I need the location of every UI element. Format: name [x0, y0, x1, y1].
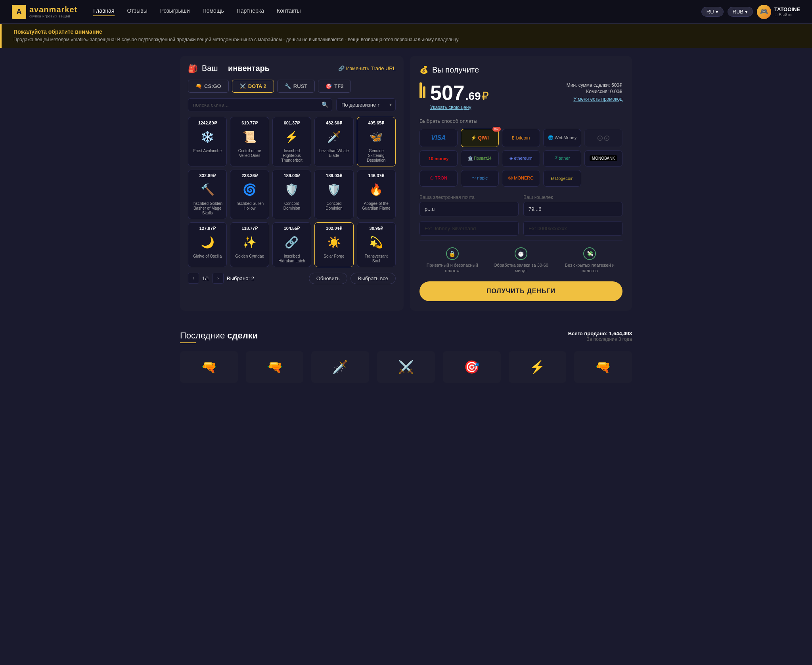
item-name: Leviathan Whale Blade: [318, 149, 350, 158]
deal-card-5: ⚡: [509, 351, 567, 383]
item-image: 🌀: [236, 180, 264, 200]
item-price: 189.03₽: [276, 173, 308, 178]
payment-method-dogecoin[interactable]: Ð Dogecoin: [543, 170, 581, 187]
amount-display: 507 .69 ₽ Указать свою цену: [430, 82, 489, 110]
user-info: TATOOINE Выйти: [774, 6, 800, 17]
payment-method-monero[interactable]: Ⓜ MONERO: [502, 170, 540, 187]
payment-method-tron[interactable]: ⬡ TRON: [419, 170, 458, 187]
logo-title: avanmarket: [29, 5, 77, 14]
feature-item-2: 💸 Без скрытых платежей и налогов: [557, 247, 622, 274]
pagination: ‹ 1/1 › Выбрано: 2: [188, 273, 254, 284]
item-image: 🗡️: [320, 127, 348, 147]
payment-method-qiwi[interactable]: ⚡ QIWI0%: [461, 129, 499, 147]
inventory-item-4[interactable]: 405.65₽ 🦋 Genuine Skittering Desolation: [357, 117, 396, 166]
refresh-button[interactable]: Обновить: [309, 273, 347, 284]
email-input[interactable]: [419, 202, 519, 216]
search-icon[interactable]: 🔍: [322, 101, 328, 108]
inventory-item-14[interactable]: 30.95₽ 💫 Transversant Soul: [357, 222, 396, 267]
deal-image: ⚡: [529, 359, 545, 375]
notice-title: Пожалуйста обратите внимание: [13, 29, 800, 35]
deal-card-6: 🔫: [574, 351, 632, 383]
payment-method-ripple[interactable]: 〜 ripple: [461, 170, 499, 187]
inventory-panel: 🎒 Ваш инвентарь 🔗 Изменить Trade URL 🔫 C…: [180, 56, 404, 311]
commission-line: Комиссия: 0.00₽: [567, 89, 622, 94]
payment-method-money[interactable]: 10 money: [419, 150, 458, 167]
footer-buttons: Обновить Выбрать все: [309, 273, 396, 284]
item-image: 📜: [236, 127, 264, 147]
inventory-item-8[interactable]: 189.03₽ 🛡️ Concord Dominion: [314, 170, 353, 219]
header-right: RU ▾ RUB ▾ 🎮 TATOOINE Выйти: [701, 5, 800, 19]
notice-text: Продажа вещей методом «mafile» запрещена…: [13, 36, 800, 43]
item-name: Solar Forge: [318, 254, 350, 259]
inventory-item-5[interactable]: 332.89₽ 🔨 Inscribed Golden Basher of Mag…: [188, 170, 227, 219]
payment-method-monobank[interactable]: MONOBANK: [584, 150, 622, 167]
promo-link[interactable]: У меня есть промокод: [573, 96, 622, 102]
inventory-header: 🎒 Ваш инвентарь 🔗 Изменить Trade URL: [188, 64, 396, 73]
inventory-item-6[interactable]: 233.36₽ 🌀 Inscribed Sullen Hollow: [230, 170, 269, 219]
currency-selector[interactable]: RUB ▾: [728, 7, 753, 17]
tab-tf2[interactable]: 🎯 TF2: [318, 80, 351, 93]
search-input[interactable]: [188, 98, 332, 111]
item-name: Inscribed Hidrakan Latch: [276, 254, 308, 264]
nav-item-home[interactable]: Главная: [93, 8, 114, 16]
tab-csgo[interactable]: 🔫 CS:GO: [188, 80, 229, 93]
inventory-item-11[interactable]: 118.77₽ ✨ Golden Cyrridae: [230, 222, 269, 267]
item-name: Codicil of the Veiled Ones: [234, 149, 265, 158]
nav-item-giveaways[interactable]: Розыгрыши: [160, 8, 190, 16]
tab-dota2[interactable]: ⚔️ DOTA 2: [232, 80, 274, 93]
inventory-item-1[interactable]: 619.77₽ 📜 Codicil of the Veiled Ones: [230, 117, 269, 166]
selected-count: Выбрано: 2: [227, 275, 254, 281]
payment-method-privat24[interactable]: 🏦 Приват24: [461, 150, 499, 167]
next-page-button[interactable]: ›: [213, 273, 224, 284]
inventory-item-13[interactable]: 102.04₽ ☀️ Solar Forge: [314, 222, 353, 267]
select-all-button[interactable]: Выбрать все: [350, 273, 396, 284]
set-price-link[interactable]: Указать свою цену: [430, 105, 489, 110]
item-name: Genuine Skittering Desolation: [360, 149, 392, 163]
prev-page-button[interactable]: ‹: [188, 273, 199, 284]
tf2-icon: 🎯: [326, 83, 332, 89]
user-area[interactable]: 🎮 TATOOINE Выйти: [757, 5, 800, 19]
payment-method-visa[interactable]: VISA: [419, 129, 458, 147]
trade-url-link[interactable]: 🔗 Изменить Trade URL: [338, 65, 396, 71]
nav-item-help[interactable]: Помощь: [203, 8, 224, 16]
item-name: Transversant Soul: [360, 254, 392, 264]
nav-item-reviews[interactable]: Отзывы: [127, 8, 147, 16]
wallet-input[interactable]: [523, 202, 622, 216]
logout-link[interactable]: Выйти: [774, 12, 800, 17]
payment-method-tether[interactable]: ₮ tether: [543, 150, 581, 167]
inventory-item-12[interactable]: 104.55₽ 🔗 Inscribed Hidrakan Latch: [272, 222, 311, 267]
inventory-item-7[interactable]: 189.03₽ 🛡️ Concord Dominion: [272, 170, 311, 219]
logo-subtitle: скупка игровых вещей: [29, 14, 77, 18]
item-name: Inscribed Righteous Thunderbolt: [276, 149, 308, 163]
lang-selector[interactable]: RU ▾: [701, 7, 724, 17]
inventory-item-9[interactable]: 146.37₽ 🔥 Apogee of the Guardian Flame: [357, 170, 396, 219]
sort-select[interactable]: По дешевизне ↑: [336, 98, 396, 111]
deal-image: 🔫: [595, 359, 611, 375]
payment-method-bitcoin[interactable]: ₿ bitcoin: [502, 129, 540, 147]
item-price: 102.04₽: [318, 226, 350, 231]
inventory-item-0[interactable]: 1242.89₽ ❄️ Frost Avalanche: [188, 117, 227, 166]
nav-item-partner[interactable]: Партнерка: [237, 8, 264, 16]
item-image: 🦋: [362, 127, 390, 147]
nav-item-contacts[interactable]: Контакты: [277, 8, 301, 16]
items-grid: 1242.89₽ ❄️ Frost Avalanche 619.77₽ 📜 Co…: [188, 117, 396, 267]
page-current: 1/1: [202, 275, 209, 281]
inventory-item-10[interactable]: 127.97₽ 🌙 Glaive of Oscilla: [188, 222, 227, 267]
deal-image: ⚔️: [398, 359, 414, 375]
avatar: 🎮: [757, 5, 771, 19]
fullname-input[interactable]: [419, 221, 519, 236]
get-money-button[interactable]: ПОЛУЧИТЬ ДЕНЬГИ: [419, 281, 622, 301]
amount-integer: 507: [430, 82, 465, 103]
logo[interactable]: A avanmarket скупка игровых вещей: [12, 5, 77, 19]
tab-rust[interactable]: 🔧 RUST: [277, 80, 315, 93]
inventory-item-3[interactable]: 482.60₽ 🗡️ Leviathan Whale Blade: [314, 117, 353, 166]
deals-section: Последние сделки Всего продано: 1,644,49…: [168, 319, 644, 395]
stripe-2: [423, 86, 425, 98]
card-input[interactable]: [523, 221, 622, 236]
inventory-item-2[interactable]: 601.37₽ ⚡ Inscribed Righteous Thunderbol…: [272, 117, 311, 166]
item-price: 189.03₽: [318, 173, 350, 178]
payment-method-webmoney[interactable]: 🌐 WebMoney: [543, 129, 581, 147]
item-price: 233.36₽: [234, 173, 265, 178]
item-price: 127.97₽: [192, 226, 223, 231]
payment-method-ethereum[interactable]: ◈ ethereum: [502, 150, 540, 167]
